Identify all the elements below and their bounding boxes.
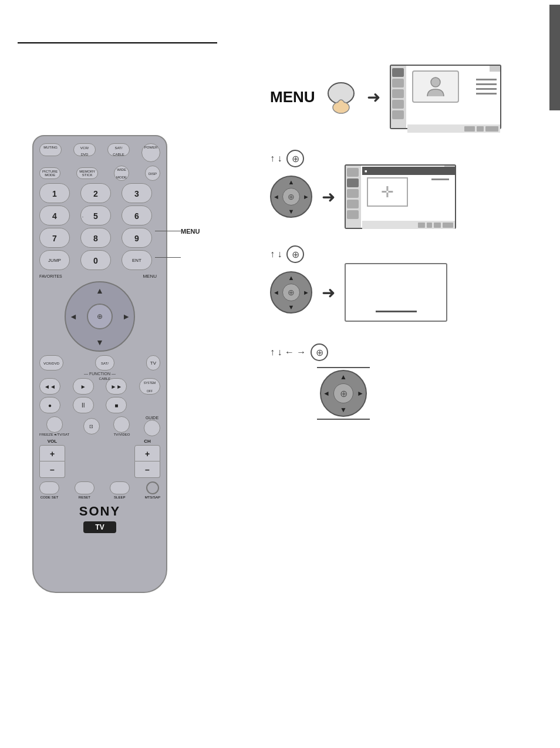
code-set-button[interactable] [39, 481, 59, 494]
jump-button[interactable]: JUMP [39, 250, 70, 270]
dpad-up-arrow[interactable]: ▲ [96, 286, 104, 295]
num-4-button[interactable]: 4 [39, 205, 70, 225]
menu-line [155, 231, 181, 231]
num-7-button[interactable]: 7 [39, 228, 70, 248]
text-lines [476, 79, 497, 95]
memory-stick-button[interactable]: MEMORYSTICK [76, 167, 98, 179]
sat-cable-button[interactable]: SAT/CABLE [107, 143, 130, 156]
sleep-button[interactable] [110, 481, 130, 494]
dpad2-down: ▼ [288, 208, 295, 215]
dpad4-left: ◄ [323, 389, 330, 397]
reset-button[interactable] [75, 481, 95, 494]
rewind-button[interactable]: ◄◄ [39, 378, 60, 395]
pause-button[interactable]: II [73, 397, 94, 413]
muting-button[interactable]: MUTING [39, 143, 62, 156]
dpad2-center: ⊕ [282, 188, 300, 205]
dpad3-up: ▲ [288, 274, 295, 281]
center-line [155, 257, 181, 258]
picture-mode-button[interactable]: PICTUREMODE [39, 167, 60, 179]
selected-row: ■ [362, 167, 455, 175]
dpad-down-arrow[interactable]: ▼ [96, 338, 104, 347]
dpad3-center: ⊕ [282, 284, 300, 301]
s2-icon-2 [347, 178, 359, 187]
s2-bb1 [418, 223, 425, 228]
vol-label: VOL [48, 439, 57, 444]
bb3 [485, 126, 498, 132]
screen-mockup-1 [390, 65, 501, 129]
text-line-3 [476, 88, 497, 90]
text-line-4 [476, 93, 497, 95]
bb1 [464, 126, 475, 132]
dpad-center-button[interactable]: ⊕ [87, 304, 113, 329]
screen2-sidebar [346, 166, 361, 228]
mts-sap-label: MTS/SAP [145, 496, 160, 499]
ch-label: CH [144, 439, 151, 444]
menu-word: MENU [270, 88, 315, 106]
ch-up-button[interactable]: + [134, 445, 160, 461]
freeze-button[interactable] [46, 416, 63, 433]
sat-cable-fn-button[interactable]: SAT/CABLE [95, 355, 115, 370]
step3-arrow: ➜ [322, 283, 335, 302]
svg-point-1 [333, 102, 349, 113]
step2-dpad-row: ▲ ▼ ◄ ► ⊕ ➜ ■ ✛ [270, 164, 456, 229]
display-button[interactable]: DISP [145, 166, 160, 181]
cross-icon: ✛ [381, 183, 394, 201]
bracket-top [317, 367, 370, 368]
ch-down-button[interactable]: – [134, 461, 160, 478]
dpad-right-arrow[interactable]: ► [122, 312, 130, 321]
dpad3-right: ► [303, 289, 309, 296]
subtitle-button[interactable]: ⊡ [83, 418, 100, 434]
step4-dpad-area: ▲ ▼ ◄ ► ⊕ [311, 367, 376, 420]
guide-label: GUIDE [146, 416, 158, 420]
power-button[interactable]: POWER [141, 143, 160, 162]
sidebar-icon-1 [392, 68, 404, 77]
guide-button[interactable] [144, 420, 160, 436]
num-5-button[interactable]: 5· [80, 205, 111, 225]
vcr-dvd-fn-button[interactable]: VCR/DVD [39, 355, 63, 370]
dpad-step2: ▲ ▼ ◄ ► ⊕ [270, 176, 312, 218]
ent-button[interactable]: ENT [122, 250, 152, 270]
fast-forward-button[interactable]: ►► [106, 378, 127, 395]
picture-row: PICTUREMODE MEMORYSTICK WIDEMODE DISP [39, 166, 160, 181]
num-1-button[interactable]: 1 [39, 183, 70, 203]
screen2-bottom [362, 221, 455, 229]
function-label: — FUNCTION — [39, 372, 160, 376]
tv-video-button[interactable] [113, 416, 130, 433]
num-9-button[interactable]: 9 [122, 228, 152, 248]
vcr-dvd-button[interactable]: VCR/DVD [73, 143, 96, 156]
s2-icon-1 [347, 168, 359, 177]
tv-video-label: TV/VIDEO [113, 433, 130, 436]
code-set-label: CODE SET [41, 496, 59, 499]
system-off-button[interactable]: SYSTEMOFF [139, 378, 160, 395]
vol-up-button[interactable]: + [39, 445, 65, 461]
dpad-left-arrow[interactable]: ◄ [69, 312, 77, 321]
stop-button[interactable]: ■ [106, 397, 127, 413]
num-2-button[interactable]: 2 [80, 183, 111, 203]
screen2-content: ■ ✛ [362, 167, 455, 229]
num-8-button[interactable]: 8 [80, 228, 111, 248]
empty-button [139, 397, 160, 413]
step4-label-row: ↑ ↓ ← → ⊕ [270, 343, 328, 361]
dpad4-right: ► [357, 389, 364, 397]
vol-down-button[interactable]: – [39, 461, 65, 478]
num-6-button[interactable]: 6 [122, 205, 152, 225]
wide-mode-button[interactable]: WIDEMODE [114, 166, 129, 181]
mts-sap-button[interactable] [146, 481, 159, 494]
s2-icon-3 [347, 189, 359, 198]
screen-mockup-3 [345, 263, 447, 322]
num-0-button[interactable]: 0 [80, 250, 111, 270]
svg-point-2 [431, 78, 440, 87]
menu-annotation: MENU [181, 228, 200, 235]
tv-fn-button[interactable]: TV [146, 355, 160, 370]
step3-dpad-row: ▲ ▼ ◄ ► ⊕ ➜ [270, 263, 447, 322]
s2-icon-4 [347, 200, 359, 208]
screen1-bottom [407, 124, 500, 133]
vol-ch-row: VOL + – CH + – [39, 439, 160, 478]
num-3-button[interactable]: 3 [122, 183, 152, 203]
dpad4-center: ⊕ [333, 383, 353, 403]
record-button[interactable]: ● [39, 397, 60, 413]
play-button[interactable]: ► [73, 378, 94, 395]
ch-group: CH + – [134, 439, 160, 478]
step4-select-icon: ⊕ [311, 343, 328, 361]
dpad[interactable]: ▲ ▼ ◄ ► ⊕ [65, 281, 135, 352]
